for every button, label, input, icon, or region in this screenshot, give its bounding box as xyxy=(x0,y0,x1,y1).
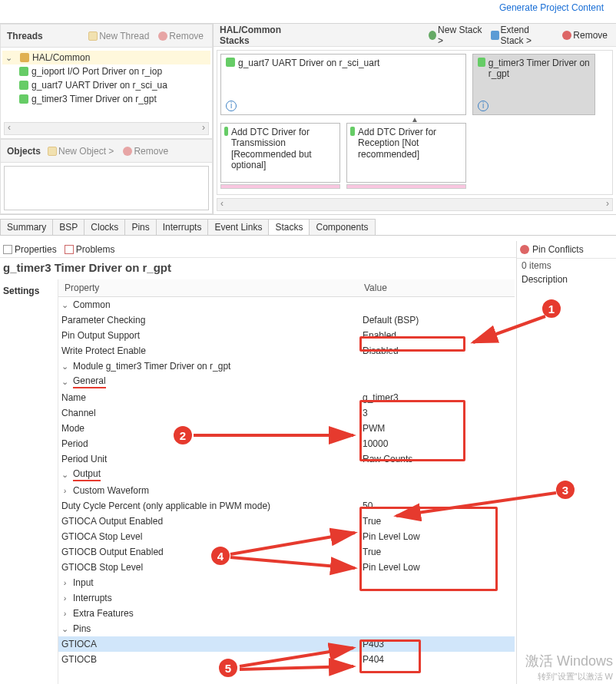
extend-stack-button[interactable]: Extend Stack > xyxy=(488,24,555,47)
property-grid[interactable]: Property Value ⌄CommonParameter Checking… xyxy=(58,279,515,684)
generate-project-link[interactable]: Generate Project Content xyxy=(499,2,604,13)
tab-clocks[interactable]: Clocks xyxy=(84,219,125,235)
new-object-button[interactable]: New Object > xyxy=(45,145,116,157)
stacks-body[interactable]: g_uart7 UART Driver on r_sci_uart i g_ti… xyxy=(217,50,613,195)
property-value[interactable]: P404 xyxy=(358,653,515,666)
tree-item-hal-common[interactable]: ⌄ HAL/Common xyxy=(2,51,210,64)
objects-panel: Objects New Object > Remove xyxy=(0,139,213,214)
problems-view-tab[interactable]: Problems xyxy=(65,244,115,255)
property-label: GTIOCB Output Enabled xyxy=(61,547,164,557)
header-value[interactable]: Value xyxy=(358,279,515,296)
tab-pins[interactable]: Pins xyxy=(124,219,156,235)
property-group[interactable]: ⌄Module g_timer3 Timer Driver on r_gpt xyxy=(58,359,515,374)
property-value[interactable] xyxy=(358,365,515,368)
dtc-box-rx[interactable]: Add DTC Driver for Reception [Not recomm… xyxy=(346,123,466,183)
property-label: Pin Output Support xyxy=(61,330,140,341)
tab-components[interactable]: Components xyxy=(309,219,375,235)
tab-bsp[interactable]: BSP xyxy=(52,219,84,235)
pin-conflicts-desc-header[interactable]: Description xyxy=(517,273,616,286)
property-value[interactable]: Default (BSP) xyxy=(358,313,515,327)
property-row[interactable]: Period UnitRaw Counts xyxy=(58,451,515,467)
property-value[interactable]: 10000 xyxy=(358,437,515,451)
property-group[interactable]: ⌄Output xyxy=(58,467,515,483)
property-row[interactable]: GTIOCB Output EnabledTrue xyxy=(58,544,515,560)
tab-summary[interactable]: Summary xyxy=(0,219,53,235)
property-label: Output xyxy=(73,468,101,481)
property-row[interactable]: GTIOCA Stop LevelPin Level Low xyxy=(58,529,515,544)
property-value[interactable]: 3 xyxy=(358,406,515,420)
scroll-h[interactable] xyxy=(4,122,209,135)
property-row[interactable]: Write Protect EnableDisabled xyxy=(58,343,515,359)
property-group[interactable]: ›Custom Waveform xyxy=(58,483,515,498)
property-group[interactable]: ⌄General xyxy=(58,374,515,390)
objects-body[interactable] xyxy=(4,166,209,210)
tree-item[interactable]: g_ioport I/O Port Driver on r_iop xyxy=(2,64,210,78)
property-value[interactable]: Enabled xyxy=(358,329,515,342)
settings-side-tab[interactable]: Settings xyxy=(0,279,58,684)
property-value[interactable]: PWM xyxy=(358,421,515,435)
property-value[interactable] xyxy=(358,596,515,600)
remove-object-button[interactable]: Remove xyxy=(121,145,171,157)
property-value[interactable]: Raw Counts xyxy=(358,452,515,466)
scroll-h[interactable] xyxy=(217,198,613,211)
property-value[interactable] xyxy=(358,627,515,630)
property-value[interactable]: P403 xyxy=(358,637,515,651)
stack-box-timer[interactable]: g_timer3 Timer Driver on r_gpt i xyxy=(472,54,595,115)
property-value[interactable] xyxy=(358,612,515,615)
property-value[interactable] xyxy=(358,303,515,306)
top-panels: Threads New Thread Remove ⌄ HAL/Common g… xyxy=(0,23,616,215)
property-value[interactable] xyxy=(358,381,515,384)
remove-thread-button[interactable]: Remove xyxy=(156,30,206,42)
property-group[interactable]: ⌄Common xyxy=(58,297,515,312)
property-row[interactable]: Period10000 xyxy=(58,436,515,451)
pink-bar xyxy=(220,184,340,189)
property-label: Name xyxy=(61,392,86,403)
new-thread-button[interactable]: New Thread xyxy=(86,30,151,42)
tab-eventlinks[interactable]: Event Links xyxy=(207,219,269,235)
property-row[interactable]: GTIOCBP404 xyxy=(58,652,515,667)
property-label: Common xyxy=(73,299,111,310)
property-row[interactable]: GTIOCAP403 xyxy=(58,636,515,652)
property-value[interactable] xyxy=(358,474,515,477)
property-row[interactable]: Parameter CheckingDefault (BSP) xyxy=(58,312,515,328)
property-label: Duty Cycle Percent (only applicable in P… xyxy=(61,501,270,511)
property-row[interactable]: Duty Cycle Percent (only applicable in P… xyxy=(58,498,515,514)
property-value[interactable]: g_timer3 xyxy=(358,391,515,405)
dtc-box-tx[interactable]: Add DTC Driver for Transmission [Recomme… xyxy=(220,123,340,183)
property-row[interactable]: ModePWM xyxy=(58,421,515,436)
tree-item[interactable]: g_timer3 Timer Driver on r_gpt xyxy=(2,92,210,106)
property-group[interactable]: ›Extra Features xyxy=(58,606,515,621)
property-value[interactable]: 50 xyxy=(358,499,515,513)
property-row[interactable]: Pin Output SupportEnabled xyxy=(58,328,515,343)
info-icon[interactable]: i xyxy=(478,101,488,111)
info-icon[interactable]: i xyxy=(226,101,237,111)
stack-box-uart[interactable]: g_uart7 UART Driver on r_sci_uart i xyxy=(220,54,466,115)
property-group[interactable]: ⌄Pins xyxy=(58,621,515,636)
properties-view-tab[interactable]: Properties xyxy=(3,244,57,255)
tree-item[interactable]: g_uart7 UART Driver on r_sci_ua xyxy=(2,78,210,92)
new-stack-button[interactable]: New Stack > xyxy=(426,24,485,47)
property-group[interactable]: ›Interrupts xyxy=(58,590,515,606)
property-row[interactable]: Channel3 xyxy=(58,405,515,421)
property-row[interactable]: Nameg_timer3 xyxy=(58,390,515,405)
threads-header: Threads New Thread Remove xyxy=(1,25,212,48)
property-group[interactable]: ›Input xyxy=(58,575,515,590)
property-row[interactable]: GTIOCA Output EnabledTrue xyxy=(58,514,515,529)
property-label: GTIOCA Output Enabled xyxy=(61,516,163,527)
property-value[interactable] xyxy=(358,581,515,584)
threads-tree[interactable]: ⌄ HAL/Common g_ioport I/O Port Driver on… xyxy=(1,48,212,122)
property-row[interactable]: GTIOCB Stop LevelPin Level Low xyxy=(58,560,515,575)
property-value[interactable]: Pin Level Low xyxy=(358,560,515,574)
header-property[interactable]: Property xyxy=(58,279,358,296)
property-value[interactable]: True xyxy=(358,514,515,528)
property-value[interactable]: Pin Level Low xyxy=(358,530,515,544)
tab-stacks[interactable]: Stacks xyxy=(268,219,310,235)
remove-stack-button[interactable]: Remove xyxy=(560,29,610,41)
conflict-icon xyxy=(520,245,529,254)
doc-icon xyxy=(88,31,98,41)
tab-interrupts[interactable]: Interrupts xyxy=(156,219,209,235)
property-value[interactable]: True xyxy=(358,545,515,559)
property-value[interactable]: Disabled xyxy=(358,344,515,358)
property-value[interactable] xyxy=(358,489,515,492)
property-label: Mode xyxy=(61,423,84,434)
